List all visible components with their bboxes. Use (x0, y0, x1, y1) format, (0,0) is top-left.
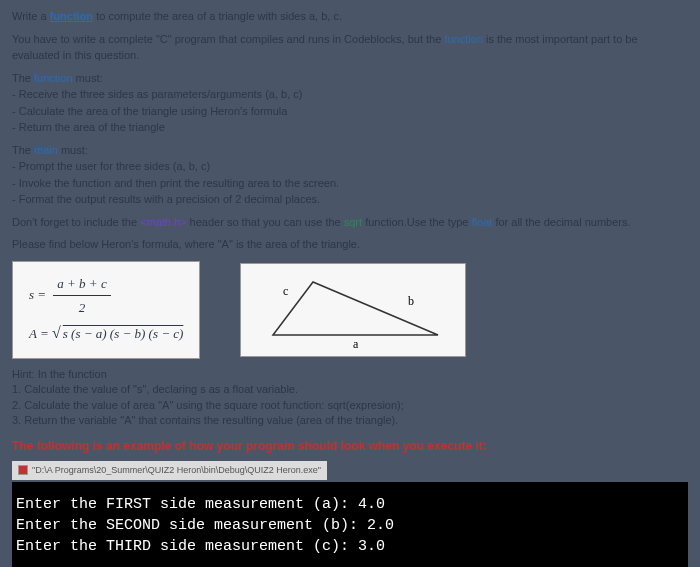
side-a-label: a (353, 337, 359, 350)
terminal-output: Enter the FIRST side measurement (a): 4.… (12, 482, 688, 567)
document-body: Write a function to compute the area of … (12, 8, 688, 567)
denominator: 2 (53, 296, 110, 319)
hint-block: Hint: In the function 1. Calculate the v… (12, 367, 688, 429)
text: The (12, 72, 34, 84)
side-c-label: c (283, 284, 288, 298)
side-b-label: b (408, 294, 414, 308)
terminal-line: Enter the SECOND side measurement (b): 2… (16, 517, 394, 534)
text: A = (29, 326, 52, 341)
function-list: Receive the three sides as parameters/ar… (12, 86, 688, 136)
text: for all the decimal numbers. (492, 216, 630, 228)
float-keyword: float (472, 216, 493, 228)
list-item: Prompt the user for three sides (a, b, c… (12, 158, 688, 175)
triangle-diagram: a b c (240, 263, 466, 357)
text: function.Use the type (362, 216, 471, 228)
function-keyword: function (34, 72, 73, 84)
list-item: Return the area of the triangle (12, 119, 688, 136)
app-icon (18, 465, 28, 475)
math-include-line: Don't forget to include the <math.h> hea… (12, 214, 688, 231)
radicand: s (s − a) (s − b) (s − c) (61, 326, 184, 341)
list-item: Format the output results with a precisi… (12, 191, 688, 208)
hint-item: 2. Calculate the value of area "A" using… (12, 398, 688, 413)
hint-head: Hint: In the function (12, 367, 688, 382)
text: s = (29, 286, 49, 301)
text: Please find below Heron's formula, where (12, 238, 218, 250)
numerator: a + b + c (53, 272, 110, 296)
compile-line: You have to write a complete "C" program… (12, 31, 688, 64)
A-keyword: "A" (218, 238, 233, 250)
A-formula: A = √s (s − a) (s − b) (s − c) (29, 319, 183, 348)
text: The (12, 144, 34, 156)
list-item: Receive the three sides as parameters/ar… (12, 86, 688, 103)
terminal-path-text: "D:\A Programs\20_Summer\QUIZ2 Heron\bin… (32, 465, 321, 475)
math-header-keyword: <math.h> (140, 216, 186, 228)
text: must: (58, 144, 88, 156)
text: to compute the area of a triangle with s… (93, 10, 342, 22)
s-formula: s = a + b + c2 (29, 272, 183, 320)
sqrt-keyword: sqrt (344, 216, 362, 228)
example-header: The following is an example of how your … (12, 437, 688, 455)
text: Write a (12, 10, 50, 22)
main-list: Prompt the user for three sides (a, b, c… (12, 158, 688, 208)
list-item: Calculate the area of the triangle using… (12, 103, 688, 120)
formula-and-triangle: s = a + b + c2 A = √s (s − a) (s − b) (s… (12, 261, 688, 360)
hint-item: 3. Return the variable "A" that contains… (12, 413, 688, 428)
text: You have to write a complete "C" program… (12, 33, 444, 45)
triangle-svg: a b c (253, 270, 453, 350)
text: Don't forget to include the (12, 216, 140, 228)
main-keyword: main (34, 144, 58, 156)
sqrt-icon: √ (52, 324, 61, 341)
text: is the area of the triangle. (233, 238, 360, 250)
intro-line: Write a function to compute the area of … (12, 8, 688, 25)
heron-formula: s = a + b + c2 A = √s (s − a) (s − b) (s… (12, 261, 200, 360)
main-section-head: The main must: (12, 142, 688, 159)
text: header so that you can use the (187, 216, 344, 228)
fraction: a + b + c2 (53, 272, 110, 320)
text: must: (73, 72, 103, 84)
heron-intro: Please find below Heron's formula, where… (12, 236, 688, 253)
terminal-line: Enter the FIRST side measurement (a): 4.… (16, 496, 385, 513)
function-section-head: The function must: (12, 70, 688, 87)
function-keyword: function (444, 33, 483, 45)
terminal-titlebar: "D:\A Programs\20_Summer\QUIZ2 Heron\bin… (12, 461, 688, 481)
hint-item: 1. Calculate the value of "s", declaring… (12, 382, 688, 397)
list-item: Invoke the function and then print the r… (12, 175, 688, 192)
function-keyword: function (50, 10, 93, 22)
terminal-line: Enter the THIRD side measurement (c): 3.… (16, 538, 385, 555)
svg-marker-0 (273, 282, 438, 335)
